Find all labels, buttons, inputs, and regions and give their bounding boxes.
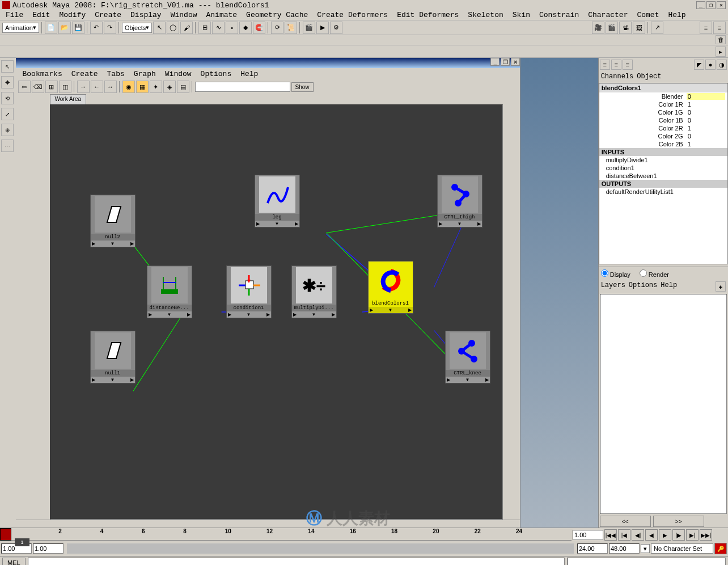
menu-display[interactable]: Display [126, 11, 166, 19]
hs-output-button[interactable]: ← [91, 81, 103, 93]
history-button[interactable]: ⟳ [271, 22, 283, 34]
channel-attr-value[interactable]: 0 [687, 93, 725, 100]
step-fwd-key-button[interactable]: |▶ [672, 529, 685, 541]
menu-window[interactable]: Window [166, 11, 202, 19]
play-back-button[interactable]: ◀ [645, 529, 658, 541]
shelf-btn-2[interactable]: 🎬 [606, 22, 618, 34]
layer-list[interactable] [600, 294, 727, 514]
input-connection[interactable]: distanceBetween1 [599, 172, 727, 180]
hs-input-button[interactable]: → [77, 81, 90, 93]
menu-constrain[interactable]: Constrain [535, 11, 583, 19]
snap-point-button[interactable]: • [226, 22, 238, 34]
menu-comet[interactable]: Comet [632, 11, 663, 19]
menu-help[interactable]: Help [663, 11, 690, 19]
menu-geometry-cache[interactable]: Geometry Cache [242, 11, 312, 19]
autokey-button[interactable]: 🔑 [714, 543, 727, 554]
hs-show-utilities[interactable]: ✦ [150, 81, 162, 93]
minimize-button[interactable]: _ [696, 1, 705, 9]
hs-graph-button[interactable]: ◫ [59, 81, 71, 93]
selection-mask-dropdown[interactable]: Objects ▾ [122, 23, 152, 33]
hs-menu-graph[interactable]: Graph [129, 70, 160, 78]
select-tool-icon[interactable]: ↖ [1, 60, 14, 73]
range-end-dropdown[interactable]: ▾ [641, 544, 650, 553]
channel-btn-6[interactable]: ◑ [717, 60, 727, 70]
menu-edit[interactable]: Edit [28, 11, 54, 19]
move-tool-icon[interactable]: ✥ [1, 76, 14, 88]
scale-tool-icon[interactable]: ⤢ [1, 108, 14, 120]
scrub-next[interactable]: >> [653, 516, 704, 527]
tab-object[interactable]: Object [637, 73, 661, 82]
node-null2[interactable]: null2 ▶▼▶ [90, 195, 136, 247]
hs-show-textures[interactable]: ▦ [136, 81, 149, 93]
channel-attr-row[interactable]: Color 2G0 [599, 132, 727, 140]
snap-grid-button[interactable]: ⊞ [198, 22, 211, 34]
channel-attr-value[interactable]: 1 [687, 141, 725, 147]
viewport-3d[interactable] [520, 58, 598, 528]
node-distance-between[interactable]: distanceBe... ▶▼▶ [147, 265, 192, 318]
current-time-marker[interactable]: 1 [15, 538, 29, 546]
lasso-tool-button[interactable]: ◯ [167, 22, 179, 34]
node-leg[interactable]: leg ▶▼▶ [255, 175, 300, 227]
channel-btn-3[interactable]: ≡ [623, 60, 633, 70]
redo-button[interactable]: ↷ [104, 22, 116, 34]
menu-edit-deformers[interactable]: Edit Deformers [392, 11, 463, 19]
radio-render[interactable]: Render [640, 269, 669, 278]
channel-attr-value[interactable]: 1 [687, 125, 725, 132]
hs-show-cameras[interactable]: ▤ [177, 81, 189, 93]
save-scene-button[interactable]: 💾 [72, 22, 84, 34]
menu-skeleton[interactable]: Skeleton [463, 11, 507, 19]
channel-attr-value[interactable]: 0 [687, 109, 725, 116]
hypershade-minimize[interactable]: _ [490, 58, 500, 66]
channel-btn-2[interactable]: ≡ [611, 60, 621, 70]
shelf-btn-4[interactable]: 🖼 [633, 22, 645, 34]
node-multiply-divide[interactable]: ✱÷ multiplyDi... ▶▼▶ [291, 265, 337, 318]
node-graph-canvas[interactable]: null2 ▶▼▶ null1 ▶▼▶ leg ▶▼▶ distanceBe..… [50, 104, 503, 520]
hs-show-materials[interactable]: ◉ [122, 81, 135, 93]
menu-skin[interactable]: Skin [508, 11, 535, 19]
tab-work-area[interactable]: Work Area [50, 94, 87, 104]
step-fwd-frame-button[interactable]: ▶| [686, 529, 699, 541]
output-connection[interactable]: defaultRenderUtilityList1 [599, 188, 727, 196]
channel-btn-5[interactable]: ● [705, 60, 716, 70]
close-button[interactable]: ✕ [717, 1, 726, 9]
menu-animate[interactable]: Animate [201, 11, 242, 19]
new-layer-button[interactable]: ✚ [716, 281, 726, 292]
snap-curve-button[interactable]: ∿ [212, 22, 225, 34]
channel-attr-row[interactable]: Color 2B1 [599, 140, 727, 148]
hs-rearrange-button[interactable]: ⊞ [45, 81, 58, 93]
step-back-key-button[interactable]: ◀| [632, 529, 644, 541]
scrub-prev[interactable]: << [600, 516, 651, 527]
last-tool-icon[interactable]: ⋯ [1, 140, 14, 152]
paint-tool-button[interactable]: 🖌 [180, 22, 193, 34]
open-scene-button[interactable]: 📂 [58, 22, 71, 34]
node-ctrl-knee[interactable]: CTRL_knee ▶▼▶ [445, 331, 490, 383]
channel-attr-row[interactable]: Blender0 [599, 92, 727, 100]
channel-attr-row[interactable]: Color 1R1 [599, 100, 727, 108]
render-button[interactable]: 🎬 [303, 22, 315, 34]
rotate-tool-icon[interactable]: ⟲ [1, 92, 14, 104]
shelf-btn-5[interactable]: ↗ [651, 22, 663, 34]
goto-start-button[interactable]: |◀◀ [604, 529, 617, 541]
hs-menu-options[interactable]: Options [196, 70, 236, 78]
hs-menu-window[interactable]: Window [160, 70, 196, 78]
menu-file[interactable]: File [1, 11, 28, 19]
mode-dropdown[interactable]: Animation ▾ [2, 23, 39, 33]
time-ruler[interactable]: 1 24681012141618202224 [11, 528, 572, 541]
channel-box[interactable]: blendColors1 Blender0Color 1R1Color 1G0C… [599, 83, 728, 264]
range-end-input[interactable] [609, 543, 640, 554]
snap-live-button[interactable]: 🧲 [253, 22, 265, 34]
hs-show-button[interactable]: Show [291, 82, 314, 92]
autokey-toggle[interactable] [0, 528, 11, 541]
play-fwd-button[interactable]: ▶ [659, 529, 671, 541]
construction-history-button[interactable]: 📜 [285, 22, 297, 34]
tab-channels[interactable]: Channels [601, 73, 634, 82]
playback-end-input[interactable] [577, 543, 608, 554]
menu-create[interactable]: Create [90, 11, 126, 19]
node-condition1[interactable]: condition1 ▶▼▶ [226, 265, 272, 318]
shelf-btn-1[interactable]: 🎥 [592, 22, 604, 34]
character-set-dropdown[interactable]: No Character Set [651, 543, 713, 554]
channel-attr-row[interactable]: Color 2R1 [599, 124, 727, 132]
shelf-btn-3[interactable]: 📽 [619, 22, 632, 34]
hs-clear-button[interactable]: ⌫ [32, 81, 44, 93]
channel-attr-value[interactable]: 0 [687, 133, 725, 140]
